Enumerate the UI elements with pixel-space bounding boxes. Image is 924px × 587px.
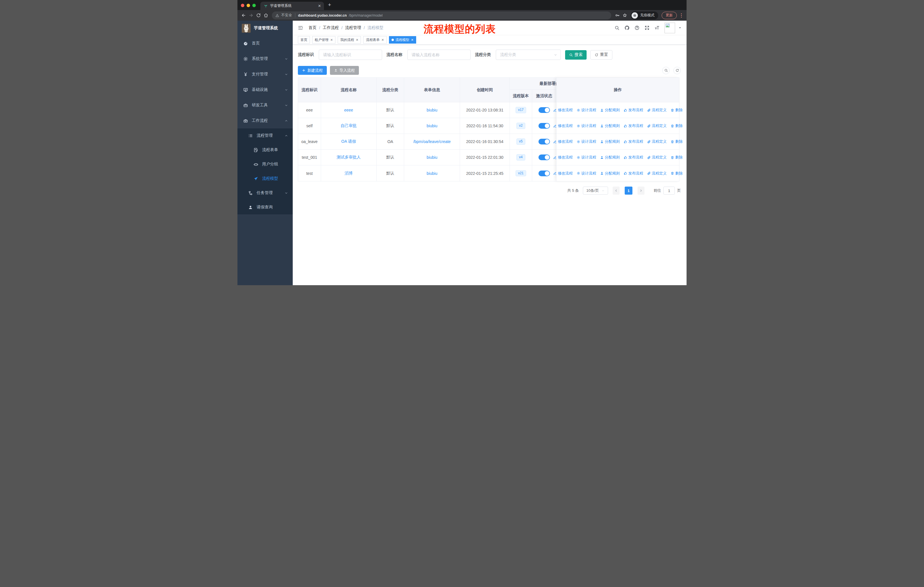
next-page-button[interactable]: [638, 187, 644, 195]
hamburger-icon[interactable]: [298, 25, 303, 31]
action-link-design-gear[interactable]: 设计流程: [577, 139, 596, 144]
browser-menu-button[interactable]: [678, 13, 684, 18]
sidebar-item-system[interactable]: 系统管理: [238, 51, 293, 66]
action-link-design-gear[interactable]: 设计流程: [577, 155, 596, 160]
help-icon[interactable]: [634, 25, 640, 30]
action-link-definition-clip[interactable]: 流程定义: [647, 107, 667, 112]
process-name-input[interactable]: [407, 50, 470, 60]
search-button[interactable]: 搜索: [565, 50, 587, 60]
form-link[interactable]: /bpm/oa/leave/create: [413, 139, 451, 144]
browser-tab[interactable]: 芋道管理系统 ✕: [261, 2, 324, 10]
tag-my-process[interactable]: 我的流程 ✕: [338, 36, 361, 43]
tag-home[interactable]: 首页: [298, 36, 310, 43]
sidebar-item-process-mgmt[interactable]: 流程管理: [238, 128, 293, 143]
sidebar-item-leave-query[interactable]: 请假查询: [238, 200, 293, 214]
page-1-button[interactable]: 1: [625, 187, 632, 195]
forward-button[interactable]: [247, 12, 255, 19]
breadcrumb-workflow[interactable]: 工作流程: [323, 25, 339, 30]
bookmark-star-button[interactable]: [621, 12, 629, 19]
action-link-assign-user[interactable]: 分配规则: [600, 139, 620, 144]
address-bar[interactable]: 不安全 dashboard.yudao.iocoder.cn/bpm/manag…: [272, 12, 611, 20]
sidebar-item-workflow[interactable]: 工作流程: [238, 113, 293, 128]
new-tab-button[interactable]: +: [328, 2, 331, 8]
user-avatar[interactable]: [665, 23, 675, 33]
sidebar-item-home[interactable]: 首页: [238, 36, 293, 51]
sidebar-item-process-form[interactable]: 流程表单: [238, 143, 293, 157]
action-link-publish-hand[interactable]: 发布流程: [624, 171, 643, 176]
status-toggle[interactable]: [538, 107, 550, 113]
reset-button[interactable]: 重置: [590, 50, 612, 60]
action-link-delete-trash[interactable]: 删除: [670, 123, 683, 128]
action-link-assign-user[interactable]: 分配规则: [600, 123, 620, 128]
category-select[interactable]: 流程分类: [496, 50, 561, 60]
github-icon[interactable]: [624, 25, 630, 30]
home-button[interactable]: [262, 12, 269, 19]
action-link-publish-hand[interactable]: 发布流程: [624, 123, 643, 128]
sidebar-item-task-mgmt[interactable]: 任务管理: [238, 186, 293, 200]
form-link[interactable]: biubiu: [427, 171, 437, 176]
process-key-input[interactable]: [319, 50, 382, 60]
breadcrumb-process-mgmt[interactable]: 流程管理: [345, 25, 361, 30]
sidebar-item-devtools[interactable]: 研发工具: [238, 98, 293, 113]
sidebar-item-payment[interactable]: 支付管理: [238, 66, 293, 82]
action-link-delete-trash[interactable]: 删除: [670, 155, 683, 160]
action-link-publish-hand[interactable]: 发布流程: [624, 107, 643, 112]
status-toggle[interactable]: [538, 123, 550, 129]
show-search-button[interactable]: [662, 67, 670, 74]
action-link-assign-user[interactable]: 分配规则: [600, 107, 620, 112]
action-link-edit[interactable]: 修改流程: [553, 107, 573, 112]
form-link[interactable]: biubiu: [427, 124, 437, 128]
action-link-edit[interactable]: 修改流程: [553, 155, 573, 160]
search-icon[interactable]: [614, 25, 620, 30]
password-key-button[interactable]: [614, 12, 621, 19]
tag-close-icon[interactable]: ✕: [411, 38, 414, 42]
action-link-publish-hand[interactable]: 发布流程: [624, 155, 643, 160]
breadcrumb-home[interactable]: 首页: [309, 25, 317, 30]
form-link[interactable]: biubiu: [427, 108, 437, 112]
model-name-link[interactable]: 滔博: [345, 171, 353, 176]
action-link-delete-trash[interactable]: 删除: [670, 107, 683, 112]
model-name-link[interactable]: OA 请假: [342, 139, 356, 144]
action-link-definition-clip[interactable]: 流程定义: [647, 139, 667, 144]
import-process-button[interactable]: 导入流程: [330, 66, 359, 75]
action-link-edit[interactable]: 修改流程: [553, 139, 573, 144]
reload-button[interactable]: [255, 12, 262, 19]
status-toggle[interactable]: [538, 139, 550, 144]
action-link-assign-user[interactable]: 分配规则: [600, 155, 620, 160]
action-link-edit[interactable]: 修改流程: [553, 171, 573, 176]
status-toggle[interactable]: [538, 154, 550, 160]
action-link-assign-user[interactable]: 分配规则: [600, 171, 620, 176]
model-name-link[interactable]: eeee: [344, 108, 353, 112]
model-name-link[interactable]: 自己审批: [341, 123, 356, 128]
action-link-publish-hand[interactable]: 发布流程: [624, 139, 643, 144]
browser-update-button[interactable]: 更新: [662, 12, 677, 19]
tag-process-model[interactable]: 流程模型 ✕: [389, 36, 416, 43]
tag-close-icon[interactable]: ✕: [356, 38, 358, 42]
font-size-icon[interactable]: [655, 25, 660, 30]
goto-page-input[interactable]: [663, 187, 675, 195]
action-link-delete-trash[interactable]: 删除: [670, 139, 683, 144]
sidebar-item-process-model[interactable]: 流程模型: [238, 171, 293, 186]
action-link-definition-clip[interactable]: 流程定义: [647, 171, 667, 176]
action-link-definition-clip[interactable]: 流程定义: [647, 123, 667, 128]
tag-close-icon[interactable]: ✕: [381, 38, 384, 42]
back-button[interactable]: [240, 12, 247, 19]
create-process-button[interactable]: 新建流程: [298, 66, 327, 75]
action-link-design-gear[interactable]: 设计流程: [577, 107, 596, 112]
window-zoom-button[interactable]: [252, 4, 256, 7]
page-size-select[interactable]: 10条/页: [583, 187, 608, 195]
sidebar-item-infra[interactable]: 基础设施: [238, 82, 293, 98]
action-link-design-gear[interactable]: 设计流程: [577, 123, 596, 128]
window-minimize-button[interactable]: [247, 4, 250, 7]
refresh-table-button[interactable]: [673, 67, 681, 74]
window-close-button[interactable]: [241, 4, 244, 7]
avatar-caret-icon[interactable]: [678, 26, 682, 30]
tab-close-icon[interactable]: ✕: [318, 4, 321, 8]
action-link-edit[interactable]: 修改流程: [553, 123, 573, 128]
model-name-link[interactable]: 测试多审批人: [337, 155, 361, 160]
sidebar-item-user-group[interactable]: 用户分组: [238, 157, 293, 171]
fullscreen-icon[interactable]: [644, 25, 650, 30]
action-link-delete-trash[interactable]: 删除: [670, 171, 683, 176]
status-toggle[interactable]: [538, 170, 550, 176]
action-link-definition-clip[interactable]: 流程定义: [647, 155, 667, 160]
